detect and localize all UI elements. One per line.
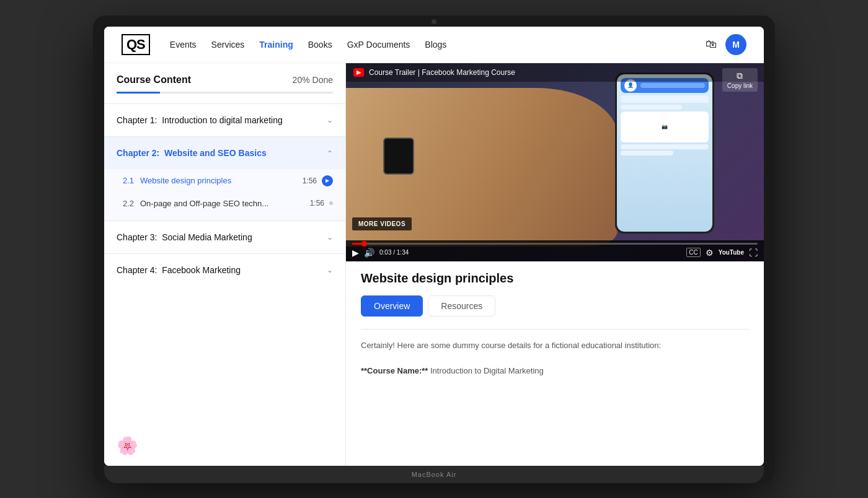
progress-played [352,243,365,245]
lesson-2-1-title: Website design principles [140,176,303,185]
settings-button[interactable]: ⚙ [706,248,714,258]
logo: QS [122,34,150,55]
cc-button[interactable]: CC [686,248,700,257]
chapter-1-title: Chapter 1: Introduction to digital marke… [117,115,283,125]
course-description: Certainly! Here are some dummy course de… [361,339,749,378]
chapter-3[interactable]: Chapter 3: Social Media Marketing ⌄ [104,221,345,253]
fullscreen-button[interactable]: ⛶ [749,248,758,258]
chevron-down-icon-3: ⌄ [327,233,333,242]
chapter-4-title: Chapter 4: Facebook Marketing [117,265,241,275]
dot-indicator [329,201,333,205]
sidebar: Course Content 20% Done Chapter 1: Intro… [104,63,346,466]
video-controls[interactable]: ▶ 🔊 0:03 / 1:34 CC ⚙ YouTube ⛶ [346,240,764,261]
nav-services[interactable]: Services [211,40,245,50]
chevron-up-icon: ⌄ [327,149,333,157]
video-player[interactable]: 👤 📷 [346,63,764,261]
lesson-2-2[interactable]: 2.2 On-page and Off-page SEO techn... 1:… [104,193,345,214]
description-line2: **Course Name:** Introduction to Digital… [361,365,749,378]
progress-bar-fill [117,92,160,94]
chevron-down-icon-4: ⌄ [327,266,333,274]
chapter-1-header[interactable]: Chapter 1: Introduction to digital marke… [104,104,345,136]
tabs-row: Overview Resources [361,295,749,317]
content-below: Website design principles Overview Resou… [346,261,764,388]
nav-blogs[interactable]: Blogs [425,40,446,50]
chapter-4-header[interactable]: Chapter 4: Facebook Marketing ⌄ [104,254,345,286]
main-content: Course Content 20% Done Chapter 1: Intro… [104,63,764,466]
nav-training[interactable]: Training [259,40,293,50]
volume-button[interactable]: 🔊 [364,248,374,258]
chapter-3-title: Chapter 3: Social Media Marketing [117,232,252,242]
progress-label: 20% Done [293,75,333,85]
copy-link-label: Copy link [727,82,753,89]
divider [361,329,749,330]
progress-dot [361,241,367,247]
controls-row: ▶ 🔊 0:03 / 1:34 CC ⚙ YouTube ⛶ [352,248,758,258]
chapter-2[interactable]: Chapter 2: Website and SEO Basics ⌄ 2.1 … [104,136,345,221]
video-top-bar: ▶ Course Trailer | Facebook Marketing Co… [346,63,764,82]
chapter-2-title: Chapter 2: Website and SEO Basics [117,148,267,158]
lesson-title: Website design principles [361,271,749,286]
nav-books[interactable]: Books [308,40,332,50]
youtube-button[interactable]: YouTube [719,249,744,256]
right-controls: CC ⚙ YouTube ⛶ [686,248,758,258]
time-display: 0:03 / 1:34 [379,249,681,256]
tab-resources[interactable]: Resources [428,295,495,317]
youtube-logo: ▶ [353,68,364,77]
more-videos-button[interactable]: MORE VIDEOS [352,217,412,230]
chevron-down-icon: ⌄ [327,116,333,124]
play-icon[interactable]: ▶ [322,175,333,186]
description-line1: Certainly! Here are some dummy course de… [361,339,749,352]
nav-right: 🛍 M [706,34,746,55]
video-frame: 👤 📷 [346,63,764,261]
flower-icon: 🌸 [117,435,138,456]
chapter-1[interactable]: Chapter 1: Introduction to digital marke… [104,103,345,136]
lesson-2-1-time: 1:56 [303,177,317,185]
tab-overview[interactable]: Overview [361,295,423,317]
nav-gxp[interactable]: GxP Documents [347,40,410,50]
lesson-2-1[interactable]: 2.1 Website design principles 1:56 ▶ [104,169,345,193]
avatar[interactable]: M [725,34,746,55]
chapter-2-header[interactable]: Chapter 2: Website and SEO Basics ⌄ [104,137,345,169]
chapter-4[interactable]: Chapter 4: Facebook Marketing ⌄ [104,253,345,286]
content-area: 👤 📷 [346,63,764,466]
play-button[interactable]: ▶ [352,248,359,258]
lesson-2-1-num: 2.1 [123,176,140,185]
laptop-label: MacBook Air [412,471,457,478]
sidebar-title: Course Content [117,74,191,85]
navigation: QS Events Services Training Books GxP Do… [104,27,764,63]
cart-icon[interactable]: 🛍 [706,38,717,51]
progress-bar-video[interactable] [352,243,758,245]
video-title: Course Trailer | Facebook Marketing Cour… [369,68,515,77]
lesson-2-2-title: On-page and Off-page SEO techn... [140,199,310,208]
chapter-2-lessons: 2.1 Website design principles 1:56 ▶ 2.2… [104,169,345,221]
progress-bar [117,92,333,94]
chapter-3-header[interactable]: Chapter 3: Social Media Marketing ⌄ [104,221,345,253]
copy-link-button[interactable]: ⧉ Copy link [722,68,758,92]
nav-links: Events Services Training Books GxP Docum… [170,40,706,50]
sidebar-header: Course Content 20% Done [104,63,345,92]
lesson-2-2-num: 2.2 [123,199,140,208]
nav-events[interactable]: Events [170,40,197,50]
lesson-2-2-time: 1:56 [310,199,324,208]
